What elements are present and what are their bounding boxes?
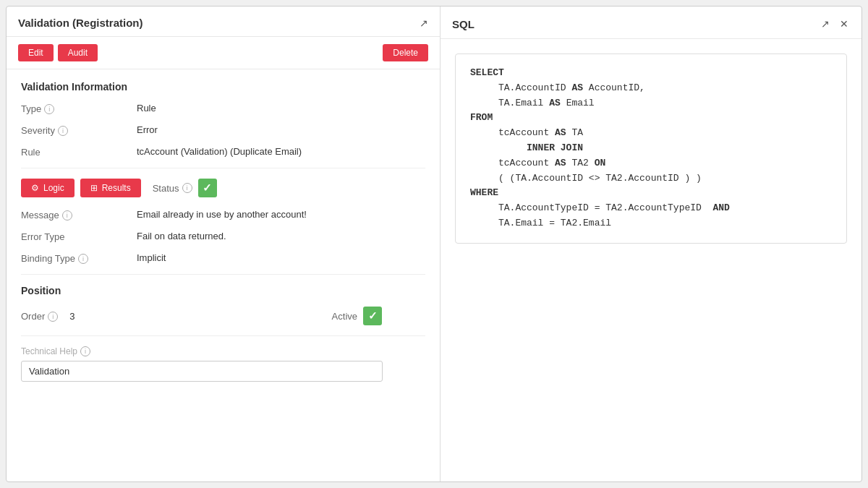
divider-3 [21,335,425,336]
field-label-rule: Rule [21,146,137,158]
toolbar-left: Edit Audit [18,44,98,61]
field-value-message: Email already in use by another account! [137,209,425,220]
field-value-severity: Error [137,124,425,135]
divider-1 [21,168,425,168]
panel-body: Validation Information Type i Rule Sever… [7,69,440,481]
status-checkbox[interactable] [198,179,217,197]
field-value-error-type: Fail on data returned. [137,231,425,241]
results-tab[interactable]: ⊞ Results [80,179,141,197]
active-part: Active [332,307,425,325]
field-row-type: Type i Rule [21,103,425,114]
right-panel-title: SQL [452,18,475,30]
field-label-order: Order i [21,310,58,322]
binding-info-icon[interactable]: i [78,254,88,264]
right-panel-header: SQL ↗ ✕ [441,7,861,39]
tech-help-section: Technical Help i [21,346,425,382]
left-panel: Validation (Registration) ↗ Edit Audit D… [7,7,441,481]
order-info-icon[interactable]: i [48,312,58,322]
field-label-message: Message i [21,209,137,221]
field-value-type: Rule [137,103,425,114]
right-panel: SQL ↗ ✕ SELECT TA.AccountID AS AccountID… [441,7,861,481]
status-row: Status i [153,179,217,197]
field-value-binding-type: Implicit [137,252,425,263]
field-value-order: 3 [69,311,331,322]
divider-2 [21,274,425,275]
tech-help-info-icon[interactable]: i [80,346,90,356]
sql-body: SELECT TA.AccountID AS AccountID, TA.Ema… [441,39,861,481]
field-label-error-type: Error Type [21,231,137,242]
order-active-row: Order i 3 Active [21,307,425,325]
field-row-rule: Rule tcAccount (Validation) (Duplicate E… [21,146,425,158]
right-expand-icon[interactable]: ↗ [820,17,831,31]
validation-info-title: Validation Information [21,81,425,93]
logic-icon: ⚙ [31,183,39,193]
results-icon: ⊞ [90,183,98,193]
audit-button[interactable]: Audit [58,44,98,61]
left-panel-title: Validation (Registration) [18,17,143,29]
tab-row: ⚙ Logic ⊞ Results Status i [21,179,425,197]
logic-tab[interactable]: ⚙ Logic [21,179,75,197]
active-checkbox[interactable] [363,307,382,325]
status-label: Status i [153,183,192,194]
edit-button[interactable]: Edit [18,44,54,61]
tech-help-input[interactable] [21,361,383,382]
toolbar: Edit Audit Delete [7,37,440,69]
active-label: Active [332,311,357,322]
severity-info-icon[interactable]: i [58,126,68,136]
field-label-severity: Severity i [21,124,137,136]
field-row-severity: Severity i Error [21,124,425,136]
order-part: Order i 3 [21,310,332,322]
delete-button[interactable]: Delete [383,44,428,61]
tech-help-label: Technical Help i [21,346,425,356]
sql-box: SELECT TA.AccountID AS AccountID, TA.Ema… [455,53,847,244]
field-row-binding-type: Binding Type i Implicit [21,252,425,264]
type-info-icon[interactable]: i [44,104,54,114]
right-icons: ↗ ✕ [820,17,850,31]
field-value-rule: tcAccount (Validation) (Duplicate Email) [137,146,425,157]
status-info-icon[interactable]: i [182,183,192,193]
field-label-type: Type i [21,103,137,114]
right-close-icon[interactable]: ✕ [838,17,850,31]
left-expand-icon[interactable]: ↗ [420,17,428,29]
field-row-error-type: Error Type Fail on data returned. [21,231,425,242]
left-panel-header: Validation (Registration) ↗ [7,7,440,37]
field-label-binding-type: Binding Type i [21,252,137,264]
position-title: Position [21,285,425,296]
field-row-message: Message i Email already in use by anothe… [21,209,425,221]
message-info-icon[interactable]: i [62,210,72,221]
